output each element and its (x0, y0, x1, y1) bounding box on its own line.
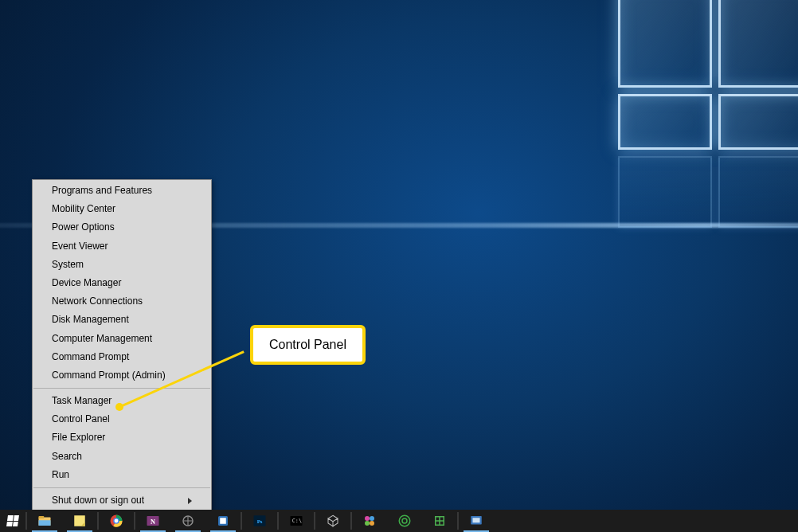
menu-item-search[interactable]: Search (33, 448, 211, 466)
menu-item-system[interactable]: System (33, 256, 211, 274)
menu-item-network-connections[interactable]: Network Connections (33, 292, 211, 311)
taskbar-item-app[interactable] (170, 510, 205, 532)
taskbar-item-command-prompt[interactable]: C:\ (279, 510, 314, 532)
svg-rect-23 (473, 518, 480, 522)
svg-point-20 (399, 515, 410, 526)
menu-item-event-viewer[interactable]: Event Viewer (33, 237, 211, 256)
menu-item-mobility-center[interactable]: Mobility Center (33, 200, 211, 218)
svg-rect-11 (220, 518, 226, 524)
menu-item-computer-management[interactable]: Computer Management (33, 330, 211, 348)
app-icon (397, 514, 412, 528)
taskbar-item-chrome[interactable] (99, 510, 134, 532)
svg-point-19 (370, 521, 374, 526)
taskbar-item-app[interactable] (352, 510, 387, 532)
taskbar: N Ps C:\ (0, 510, 798, 532)
menu-item-programs-and-features[interactable]: Programs and Features (33, 182, 211, 200)
menu-item-command-prompt-admin[interactable]: Command Prompt (Admin) (33, 366, 211, 385)
menu-separator (33, 388, 210, 389)
photoshop-icon: Ps (252, 514, 267, 528)
start-button[interactable] (0, 510, 25, 532)
annotation-callout: Control Panel (250, 325, 366, 365)
menu-item-device-manager[interactable]: Device Manager (33, 274, 211, 292)
svg-text:C:\: C:\ (292, 518, 302, 524)
menu-separator (33, 487, 210, 488)
windows-logo-icon (6, 515, 19, 526)
svg-point-16 (365, 516, 370, 521)
annotation-target-dot (115, 403, 123, 411)
onenote-icon: N (146, 514, 160, 528)
svg-point-6 (115, 519, 119, 523)
app-icon (216, 514, 230, 528)
menu-item-shut-down-or-sign-out[interactable]: Shut down or sign out (33, 491, 211, 510)
menu-item-command-prompt[interactable]: Command Prompt (33, 348, 211, 366)
menu-item-power-options[interactable]: Power Options (33, 218, 211, 237)
taskbar-item-onenote[interactable]: N (135, 510, 170, 532)
app-icon (362, 514, 377, 528)
taskbar-item-app[interactable] (422, 510, 457, 532)
taskbar-item-app[interactable] (205, 510, 241, 532)
winx-context-menu: Programs and Features Mobility Center Po… (32, 179, 212, 530)
app-icon (432, 514, 447, 528)
taskbar-item-app[interactable] (459, 510, 494, 532)
menu-item-file-explorer[interactable]: File Explorer (33, 428, 211, 447)
command-prompt-icon: C:\ (289, 514, 303, 528)
svg-text:N: N (151, 518, 155, 526)
svg-text:Ps: Ps (257, 518, 263, 524)
annotation-label: Control Panel (250, 325, 366, 365)
cube-icon (326, 514, 340, 528)
menu-item-run[interactable]: Run (33, 466, 211, 484)
taskbar-item-app[interactable] (315, 510, 350, 532)
taskbar-item-file-explorer[interactable] (27, 510, 62, 532)
sticky-notes-icon (72, 514, 87, 528)
app-icon (181, 514, 195, 528)
file-explorer-icon (37, 514, 52, 528)
svg-rect-2 (39, 520, 51, 526)
svg-rect-1 (39, 516, 45, 518)
svg-point-18 (365, 521, 370, 526)
menu-item-disk-management[interactable]: Disk Management (33, 311, 211, 329)
taskbar-item-sticky-notes[interactable] (62, 510, 97, 532)
chevron-right-icon (188, 498, 192, 504)
taskbar-item-app[interactable] (387, 510, 422, 532)
app-icon (469, 514, 483, 528)
chrome-icon (109, 514, 123, 528)
taskbar-item-photoshop[interactable]: Ps (242, 510, 277, 532)
menu-item-control-panel[interactable]: Control Panel (33, 410, 211, 428)
svg-point-17 (370, 516, 374, 521)
